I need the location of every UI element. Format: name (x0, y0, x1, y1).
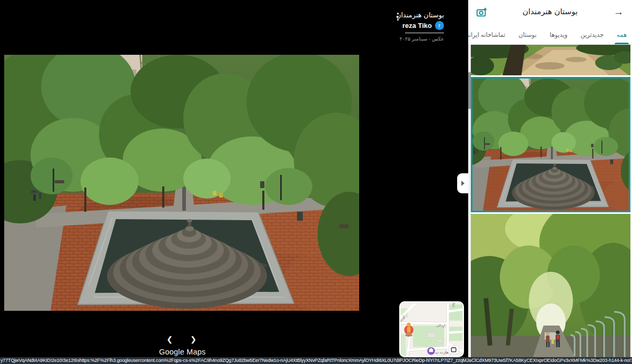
next-photo-button[interactable]: ❯ (187, 334, 199, 345)
scrollbar-thumb[interactable] (468, 72, 471, 109)
embassy-marker-icon (427, 347, 434, 355)
path-photo (471, 45, 630, 75)
sidebar-scrollbar[interactable] (468, 45, 471, 357)
main-photo[interactable] (4, 55, 359, 311)
google-maps-photo-page: بوستان هنرمندان r reza Tiko عکس - سپتامب… (0, 0, 632, 364)
tab-newest[interactable]: جدیدترین (580, 25, 604, 44)
author-avatar[interactable]: r (435, 21, 444, 30)
tab-videos[interactable]: ویدیوها (550, 25, 568, 44)
browser-status-bar: y77TQjwVqANdt4A9KID!2e10!3e12!6shttps:%2… (0, 357, 632, 364)
mini-map-canvas: اردلان کوچه خیابان مفتح جنوبی سفارت پ (400, 302, 463, 356)
photos-sidebar: → بوستان هنرمندان همه جدیدترین ویدیوها ب… (468, 0, 632, 357)
author-name[interactable]: reza Tiko (402, 22, 432, 29)
chevron-right-icon (461, 181, 465, 186)
photo-title: بوستان هنرمندان (396, 11, 444, 19)
thumbnail-green-avenue[interactable] (471, 214, 630, 357)
photo-viewer: بوستان هنرمندان r reza Tiko عکس - سپتامب… (0, 0, 468, 357)
fountain-thumb-photo (472, 78, 629, 211)
avenue-photo (471, 214, 630, 357)
thumbnail-tree-lined-path[interactable] (471, 45, 630, 75)
mini-map[interactable]: اردلان کوچه خیابان مفتح جنوبی سفارت پ (399, 301, 464, 357)
status-url: y77TQjwVqANdt4A9KID!2e10!3e12!6shttps:%2… (1, 358, 632, 363)
google-maps-watermark: Google Maps (159, 348, 205, 356)
sidebar-header: → بوستان هنرمندان (468, 0, 632, 25)
photo-author[interactable]: r reza Tiko (402, 21, 444, 30)
sidebar-title: بوستان هنرمندان (468, 7, 632, 16)
header-divider (405, 33, 444, 33)
camera-add-icon (476, 7, 488, 18)
previous-photo-button[interactable]: ❮ (164, 334, 175, 345)
expand-map-button[interactable] (448, 346, 459, 353)
tab-bustan[interactable]: بوستان (519, 25, 537, 44)
photo-meta: عکس - سپتامبر ۲۰۲۵ (400, 36, 444, 42)
thumbnail-dome-fountain-selected[interactable] (471, 77, 630, 212)
park-fountain-photo (4, 55, 359, 311)
tab-iranshahr-theater[interactable]: تماشاخانه ایرانشهر (468, 25, 506, 44)
photo-category-tabs: همه جدیدترین ویدیوها بوستان تماشاخانه ای… (468, 25, 632, 45)
panel-collapse-handle[interactable] (457, 173, 469, 193)
add-photo-button[interactable] (476, 7, 488, 18)
map-label-ardalan: اردلان (436, 323, 445, 328)
tab-all[interactable]: همه (617, 25, 627, 44)
